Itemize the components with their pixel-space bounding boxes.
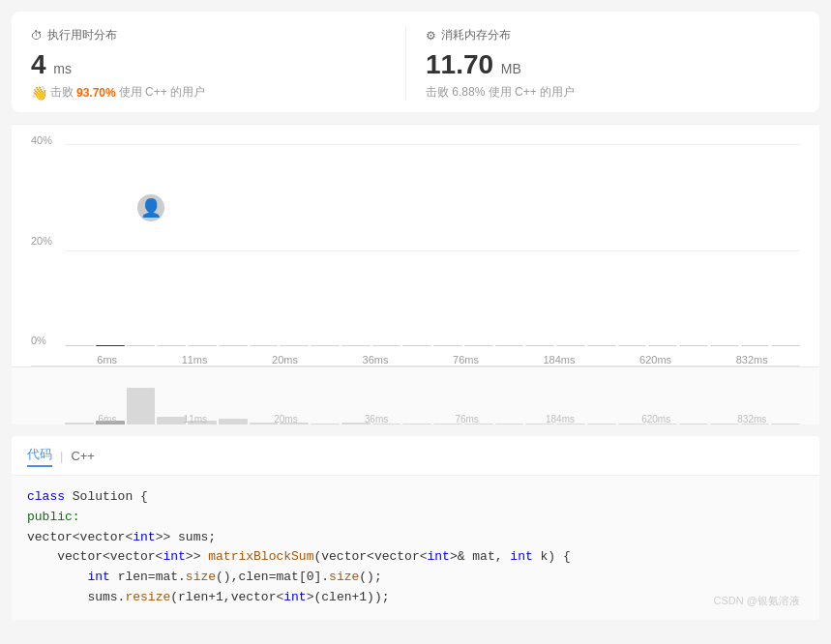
code-section: 代码 | C++ class Solution { public: vector…	[12, 436, 819, 620]
bar-group-19	[648, 345, 677, 346]
bar-group-16	[556, 345, 585, 346]
bar-group-5	[219, 345, 248, 346]
code-line-6: sums.resize(rlen+1,vector<int>(clen+1));	[27, 588, 804, 608]
bar-group-6	[250, 345, 279, 346]
mini-x-184ms: 184ms	[546, 414, 575, 424]
time-title-label: 执行用时分布	[47, 27, 117, 44]
bar-20	[679, 345, 708, 346]
bar-0	[65, 345, 94, 346]
chart-main: 40% 20% 0% 👤 6ms 11ms 20ms 36ms 76ms 18	[31, 134, 800, 366]
bar-group-11	[402, 345, 431, 346]
x-label-832ms: 832ms	[736, 354, 768, 366]
bar-8	[311, 345, 340, 346]
mini-x-76ms: 76ms	[455, 414, 478, 424]
bar-15	[525, 345, 554, 346]
bar-11	[402, 345, 431, 346]
chart-bars	[65, 134, 800, 346]
bar-23	[771, 345, 800, 346]
bar-17	[587, 345, 616, 346]
bar-group-7	[280, 345, 309, 346]
x-label-6ms: 6ms	[97, 354, 117, 366]
code-line-1: class Solution {	[27, 487, 804, 508]
bar-5	[219, 345, 248, 346]
bar-group-12	[433, 345, 462, 346]
bar-6	[250, 345, 279, 346]
time-stat-block: ⏱ 执行用时分布 4 ms 👋 击败 93.70% 使用 C++ 的用户	[31, 27, 405, 101]
bar-7	[280, 345, 309, 346]
bar-group-23	[771, 345, 800, 346]
bar-group-17	[587, 345, 616, 346]
tab-divider: |	[60, 449, 63, 463]
x-label-184ms: 184ms	[544, 354, 576, 366]
time-unit-label: ms	[53, 61, 72, 76]
beat-percentage: 93.70%	[76, 86, 116, 100]
y-label-40: 40%	[31, 134, 52, 146]
beat-suffix: 使用 C++ 的用户	[119, 84, 205, 101]
bar-group-1	[96, 345, 125, 346]
bar-group-0	[65, 345, 94, 346]
bar-group-14	[495, 345, 524, 346]
bar-10	[372, 345, 401, 346]
main-container: ⏱ 执行用时分布 4 ms 👋 击败 93.70% 使用 C++ 的用户 ⚙ 消…	[0, 12, 831, 620]
tab-code[interactable]: 代码	[27, 444, 52, 467]
code-line-2: public:	[27, 508, 804, 528]
y-axis-labels: 40% 20% 0%	[31, 134, 52, 366]
memory-beat-label: 击败 6.88% 使用 C++ 的用户	[426, 84, 781, 101]
beat-emoji: 👋	[31, 85, 47, 101]
x-label-11ms: 11ms	[182, 354, 208, 366]
code-line-3: vector<vector<int>> sums;	[27, 528, 804, 548]
chart-panel: 40% 20% 0% 👤 6ms 11ms 20ms 36ms 76ms 18	[12, 124, 819, 366]
memory-value-number: 11.70	[426, 49, 493, 79]
bar-group-3	[157, 345, 186, 346]
memory-icon: ⚙	[426, 29, 436, 43]
memory-stat-value: 11.70 MB	[426, 49, 781, 80]
bar-4	[188, 345, 217, 346]
bar-group-22	[741, 345, 770, 346]
memory-stat-title: ⚙ 消耗内存分布	[426, 27, 781, 44]
time-stat-value: 4 ms	[31, 49, 386, 80]
code-body: class Solution { public: vector<vector<i…	[12, 476, 819, 620]
bar-group-9	[341, 345, 371, 346]
mini-x-620ms: 620ms	[641, 414, 670, 424]
mini-x-axis: 6ms 11ms 20ms 36ms 76ms 184ms 620ms 832m…	[65, 414, 800, 424]
bar-9	[341, 345, 371, 346]
bar-group-10	[372, 345, 401, 346]
x-label-76ms: 76ms	[453, 354, 479, 366]
bar-13	[464, 345, 493, 346]
bar-group-13	[464, 345, 493, 346]
x-axis-labels: 6ms 11ms 20ms 36ms 76ms 184ms 620ms 832m…	[65, 354, 800, 366]
bar-16	[556, 345, 585, 346]
y-label-0: 0%	[31, 335, 52, 346]
mini-x-832ms: 832ms	[737, 414, 766, 424]
code-tabs: 代码 | C++	[12, 436, 819, 476]
mini-x-11ms: 11ms	[184, 414, 207, 424]
time-icon: ⏱	[31, 29, 43, 43]
bar-19	[648, 345, 677, 346]
bar-21	[710, 345, 739, 346]
bar-12	[433, 345, 462, 346]
code-line-4: vector<vector<int>> matrixBlockSum(vecto…	[27, 547, 804, 568]
watermark-text: CSDN @银氨溶液	[714, 594, 800, 608]
bar-22	[741, 345, 770, 346]
time-value-number: 4	[31, 49, 46, 79]
tab-cpp[interactable]: C++	[71, 447, 95, 465]
bar-1	[96, 345, 125, 346]
memory-title-label: 消耗内存分布	[441, 27, 511, 44]
y-label-20: 20%	[31, 235, 52, 247]
time-beat-label: 👋 击败 93.70% 使用 C++ 的用户	[31, 84, 386, 101]
bar-group-4	[188, 345, 217, 346]
bar-18	[618, 345, 647, 346]
code-line-5: int rlen=mat.size(),clen=mat[0].size();	[27, 568, 804, 588]
bar-2	[127, 345, 156, 346]
x-label-620ms: 620ms	[639, 354, 671, 366]
mini-x-20ms: 20ms	[274, 414, 297, 424]
stats-panel: ⏱ 执行用时分布 4 ms 👋 击败 93.70% 使用 C++ 的用户 ⚙ 消…	[12, 12, 819, 112]
bar-14	[495, 345, 524, 346]
memory-stat-block: ⚙ 消耗内存分布 11.70 MB 击败 6.88% 使用 C++ 的用户	[405, 27, 800, 101]
x-label-36ms: 36ms	[363, 354, 389, 366]
memory-unit-label: MB	[501, 61, 521, 76]
x-label-20ms: 20ms	[272, 354, 298, 366]
mini-x-36ms: 36ms	[365, 414, 388, 424]
chart-mini: 6ms 11ms 20ms 36ms 76ms 184ms 620ms 832m…	[12, 366, 819, 424]
beat-text: 击败	[50, 84, 74, 101]
